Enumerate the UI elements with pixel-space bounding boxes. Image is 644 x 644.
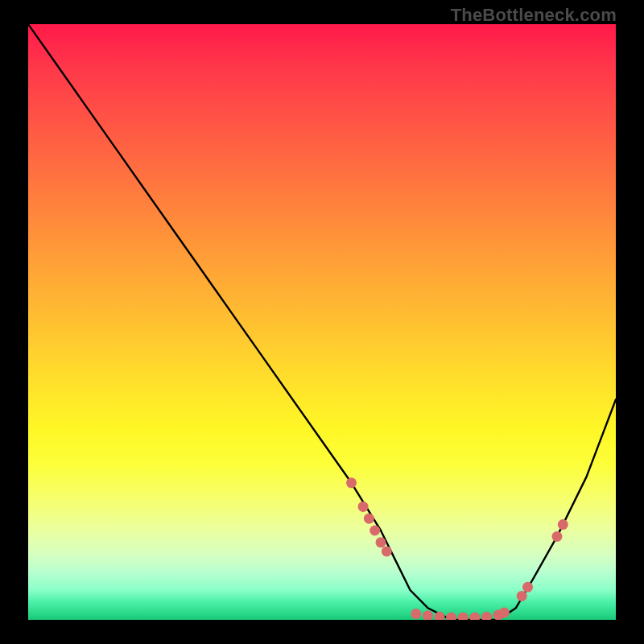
plot-area [28,24,616,620]
data-point [522,582,533,592]
data-point [358,502,369,512]
curve-group [28,24,616,620]
chart-svg [28,24,616,620]
attribution-label: TheBottleneck.com [451,5,617,26]
data-point [481,612,492,620]
data-point [346,477,357,488]
data-point [552,531,563,542]
data-point [423,610,433,620]
data-point [517,591,527,601]
data-point [458,613,469,621]
data-point [382,546,392,556]
data-points-group [346,477,568,620]
data-point [558,519,568,530]
data-point [446,613,456,621]
data-point [411,609,421,619]
data-point [499,608,510,618]
data-point [369,526,380,536]
chart-frame: TheBottleneck.com [0,0,644,644]
data-point [364,514,374,524]
data-point [376,537,386,547]
bottleneck-curve-path [28,24,616,620]
data-point [469,613,480,621]
